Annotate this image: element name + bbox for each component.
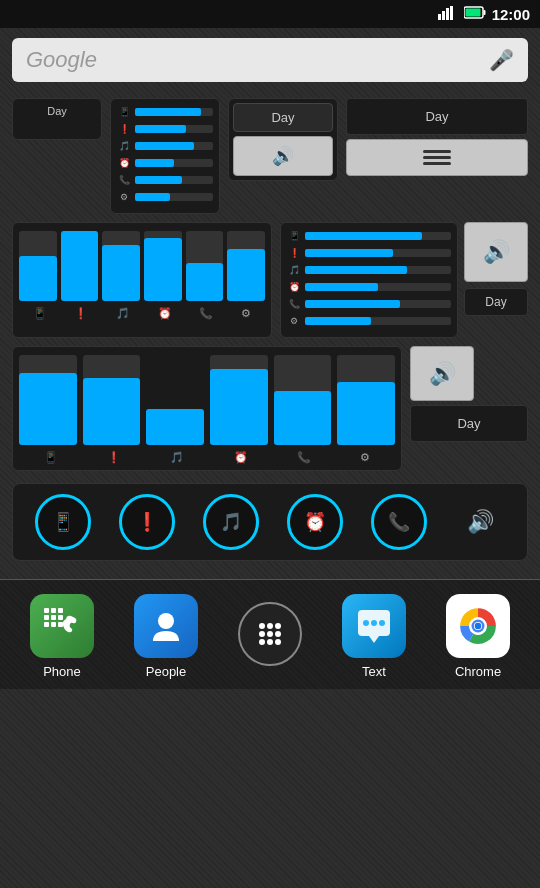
svg-point-23 xyxy=(259,639,265,645)
menu-button[interactable] xyxy=(346,139,528,176)
circ-notif[interactable]: ❗ xyxy=(119,494,175,550)
small-day-bars xyxy=(19,121,95,133)
widget-medium-list[interactable]: 📱 ❗ 🎵 ⏰ 📞 ⚙ xyxy=(110,98,220,214)
list-row-5: 📞 xyxy=(117,173,213,187)
tbar-4 xyxy=(210,355,268,445)
chrome-dock-item[interactable]: Chrome xyxy=(433,594,523,679)
sound-btn-large[interactable]: 🔊 xyxy=(464,222,528,282)
chrome-app-icon[interactable] xyxy=(446,594,510,658)
circ-volume[interactable]: 🔊 xyxy=(455,494,505,550)
row2-right: 📱 ❗ 🎵 ⏰ 📞 xyxy=(280,222,528,338)
svg-rect-1 xyxy=(442,11,445,20)
phone-dock-item[interactable]: Phone xyxy=(17,594,107,679)
svg-rect-7 xyxy=(44,608,49,613)
svg-point-16 xyxy=(158,613,174,629)
svg-point-27 xyxy=(363,620,369,626)
list-bar-1 xyxy=(135,108,213,116)
svg-point-34 xyxy=(475,623,482,630)
menu-lines xyxy=(423,150,451,165)
day-button-1[interactable]: Day xyxy=(233,103,333,132)
row3-right: 🔊 Day xyxy=(410,346,528,471)
widget-row-4[interactable]: 📱 ❗ 🎵 ⏰ 📞 🔊 xyxy=(12,483,528,561)
ib-row-3: 🎵 xyxy=(287,263,451,277)
day-btn-r3[interactable]: Day xyxy=(410,405,528,442)
vbar-2 xyxy=(61,231,99,301)
svg-rect-0 xyxy=(438,14,441,20)
svg-rect-9 xyxy=(58,608,63,613)
vbar-5 xyxy=(186,231,224,301)
list-row-6: ⚙ xyxy=(117,190,213,204)
ib-bar-4 xyxy=(305,283,451,291)
widget-row-2: 📱 ❗ 🎵 ⏰ 📞 ⚙ 📱 ❗ 🎵 xyxy=(12,222,528,338)
phone-icon: 📞 xyxy=(117,173,131,187)
svg-rect-11 xyxy=(51,615,56,620)
signal-icon xyxy=(438,6,458,23)
widget-small-day[interactable]: Day xyxy=(12,98,102,140)
dock: Phone People xyxy=(0,580,540,689)
mic-icon[interactable]: 🎤 xyxy=(489,48,514,72)
ringer-circ-icon: 📱 xyxy=(52,511,74,533)
apps-dock-item[interactable] xyxy=(225,602,315,672)
apps-app-icon[interactable] xyxy=(238,602,302,666)
alarm-circ-icon: ⏰ xyxy=(304,511,326,533)
tall-bar-icons: 📱 ❗ 🎵 ⏰ 📞 ⚙ xyxy=(19,451,395,464)
tall-bars-container xyxy=(19,355,395,445)
svg-point-19 xyxy=(275,623,281,629)
tbar-3 xyxy=(146,355,204,445)
text-dock-item[interactable]: Text xyxy=(329,594,419,679)
day-btn-r2[interactable]: Day xyxy=(464,288,528,316)
notif-circ-icon: ❗ xyxy=(136,511,158,533)
sound-btn-r3[interactable]: 🔊 xyxy=(410,346,474,401)
widget-row-3: 📱 ❗ 🎵 ⏰ 📞 ⚙ 🔊 Day xyxy=(12,346,528,471)
volume-circ-icon: 🔊 xyxy=(467,509,494,535)
tbi-2: ❗ xyxy=(107,451,121,464)
list-bar-5 xyxy=(135,176,213,184)
menu-line-1 xyxy=(423,150,451,153)
vbar-3 xyxy=(102,231,140,301)
ib-icon-6: ⚙ xyxy=(287,314,301,328)
notif-icon: ❗ xyxy=(117,122,131,136)
phone-label: Phone xyxy=(43,664,81,679)
list-bar-6 xyxy=(135,193,213,201)
menu-line-3 xyxy=(423,162,451,165)
svg-rect-14 xyxy=(51,622,56,627)
ib-icon-1: 📱 xyxy=(287,229,301,243)
tbar-2 xyxy=(83,355,141,445)
ib-row-2: ❗ xyxy=(287,246,451,260)
widget-vert-bars[interactable]: 📱 ❗ 🎵 ⏰ 📞 ⚙ xyxy=(12,222,272,338)
circ-music[interactable]: 🎵 xyxy=(203,494,259,550)
status-bar: 12:00 xyxy=(0,0,540,28)
google-logo: Google xyxy=(26,47,97,73)
phone-app-icon[interactable] xyxy=(30,594,94,658)
list-bar-4 xyxy=(135,159,213,167)
ib-row-6: ⚙ xyxy=(287,314,451,328)
widget-tall-bars[interactable]: 📱 ❗ 🎵 ⏰ 📞 ⚙ xyxy=(12,346,402,471)
widgets-area: Day 📱 ❗ 🎵 ⏰ xyxy=(0,92,540,571)
ringer-icon: 📱 xyxy=(117,105,131,119)
sound-button-1[interactable]: 🔊 xyxy=(233,136,333,176)
small-day-label: Day xyxy=(19,105,95,117)
list-row-2: ❗ xyxy=(117,122,213,136)
widget-icon-bars-2[interactable]: 📱 ❗ 🎵 ⏰ 📞 xyxy=(280,222,458,338)
chrome-label: Chrome xyxy=(455,664,501,679)
circ-ringer[interactable]: 📱 xyxy=(35,494,91,550)
ib-icon-4: ⏰ xyxy=(287,280,301,294)
text-app-icon[interactable] xyxy=(342,594,406,658)
battery-icon xyxy=(464,6,486,22)
people-dock-item[interactable]: People xyxy=(121,594,211,679)
circ-phone[interactable]: 📞 xyxy=(371,494,427,550)
widget-two-btn[interactable]: Day xyxy=(346,98,528,176)
people-label: People xyxy=(146,664,186,679)
circ-alarm[interactable]: ⏰ xyxy=(287,494,343,550)
tbi-6: ⚙ xyxy=(360,451,370,464)
search-bar[interactable]: Google 🎤 xyxy=(12,38,528,82)
widget-day-sound[interactable]: Day 🔊 xyxy=(228,98,338,181)
phone-circ-icon: 📞 xyxy=(388,511,410,533)
list-bar-2 xyxy=(135,125,213,133)
people-app-icon[interactable] xyxy=(134,594,198,658)
ib-icon-3: 🎵 xyxy=(287,263,301,277)
day-button-2[interactable]: Day xyxy=(346,98,528,135)
settings-icon: ⚙ xyxy=(117,190,131,204)
svg-point-17 xyxy=(259,623,265,629)
svg-rect-13 xyxy=(44,622,49,627)
